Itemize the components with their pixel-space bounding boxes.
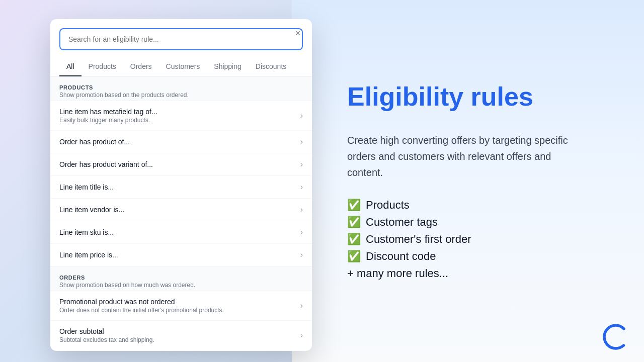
feature-item-products: ✅ Products [347, 199, 609, 212]
list-item-sublabel: Order does not contain the initial offer… [59, 307, 224, 314]
eligibility-description: Create high converting offers by targeti… [347, 132, 589, 180]
chevron-right-icon: › [300, 250, 303, 259]
list-item-sublabel: Easily bulk trigger many products. [59, 117, 157, 124]
more-rules-text: + many more rules... [347, 267, 609, 280]
list-item[interactable]: Line item has metafield tag of... Easily… [50, 101, 312, 131]
list-item-label: Promotional product was not ordered [59, 298, 224, 306]
tab-shipping[interactable]: Shipping [207, 57, 249, 76]
list-item-label: Line item sku is... [59, 228, 114, 236]
list-item-label: Line item vendor is... [59, 206, 124, 214]
modal-content: PRODUCTS Show promotion based on the pro… [50, 76, 312, 351]
list-item-sublabel: Subtotal excludes tax and shipping. [59, 336, 154, 343]
list-item-content: Order has product variant of... [59, 160, 153, 168]
list-item-label: Line item title is... [59, 183, 114, 191]
list-item-content: Order has product of... [59, 138, 130, 146]
list-item-label: Line item has metafield tag of... [59, 108, 157, 116]
list-item[interactable]: Order total Total includes tax and shipp… [50, 350, 312, 351]
chevron-right-icon: › [300, 228, 303, 237]
search-input[interactable] [59, 28, 303, 50]
tab-products[interactable]: Products [82, 57, 123, 76]
list-item[interactable]: Line item title is... › [50, 176, 312, 199]
list-item[interactable]: Promotional product was not ordered Orde… [50, 291, 312, 321]
feature-label: Products [366, 199, 410, 212]
feature-item-discount-code: ✅ Discount code [347, 250, 609, 263]
list-item[interactable]: Order has product of... › [50, 131, 312, 153]
list-item-label: Order has product variant of... [59, 160, 153, 168]
list-item-content: Line item title is... [59, 183, 114, 191]
chevron-right-icon: › [300, 183, 303, 192]
orders-section-desc: Show promotion based on how much was ord… [59, 282, 303, 289]
check-icon: ✅ [347, 233, 361, 246]
tab-discounts[interactable]: Discounts [249, 57, 293, 76]
chevron-right-icon: › [300, 160, 303, 169]
list-item-label: Order subtotal [59, 327, 154, 335]
tab-orders[interactable]: Orders [123, 57, 159, 76]
orders-section-title: ORDERS [59, 275, 303, 281]
list-item-content: Order subtotal Subtotal excludes tax and… [59, 327, 154, 343]
list-item[interactable]: Line item sku is... › [50, 221, 312, 244]
list-item-content: Line item vendor is... [59, 206, 124, 214]
list-item-content: Line item price is... [59, 251, 118, 259]
title-word2: rules [463, 82, 533, 111]
right-panel: Eligibility rules Create high converting… [312, 0, 644, 362]
chevron-right-icon: › [300, 301, 303, 310]
list-item-label: Order has product of... [59, 138, 130, 146]
products-section-title: PRODUCTS [59, 84, 303, 90]
products-section-desc: Show promotion based on the products ord… [59, 92, 303, 99]
list-item-content: Promotional product was not ordered Orde… [59, 298, 224, 314]
list-item[interactable]: Line item price is... › [50, 244, 312, 266]
tab-customers[interactable]: Customers [159, 57, 207, 76]
brand-logo [603, 324, 629, 350]
close-button[interactable]: × [291, 26, 305, 40]
search-area: × [50, 19, 312, 50]
list-item-content: Line item has metafield tag of... Easily… [59, 108, 157, 124]
feature-item-first-order: ✅ Customer's first order [347, 233, 609, 246]
tab-all[interactable]: All [59, 57, 82, 76]
orders-section-header: ORDERS Show promotion based on how much … [50, 266, 312, 291]
check-icon: ✅ [347, 199, 361, 212]
close-icon: × [295, 28, 301, 39]
feature-item-customer-tags: ✅ Customer tags [347, 216, 609, 229]
feature-list: ✅ Products ✅ Customer tags ✅ Customer's … [347, 199, 609, 263]
chevron-right-icon: › [300, 205, 303, 214]
eligibility-title: Eligibility rules [347, 82, 609, 112]
check-icon: ✅ [347, 216, 361, 229]
tab-bar: All Products Orders Customers Shipping D… [50, 57, 312, 76]
chevron-right-icon: › [300, 331, 303, 340]
list-item[interactable]: Line item vendor is... › [50, 199, 312, 221]
list-item[interactable]: Order subtotal Subtotal excludes tax and… [50, 321, 312, 350]
feature-label: Customer tags [366, 216, 438, 229]
feature-label: Customer's first order [366, 233, 471, 246]
list-item-content: Line item sku is... [59, 228, 114, 236]
title-word1: Eligibility [347, 82, 463, 111]
eligibility-modal: × All Products Orders Customers Shipping… [50, 19, 312, 351]
list-item[interactable]: Order has product variant of... › [50, 153, 312, 176]
chevron-right-icon: › [300, 137, 303, 146]
chevron-right-icon: › [300, 111, 303, 120]
feature-label: Discount code [366, 250, 436, 263]
check-icon: ✅ [347, 250, 361, 263]
list-item-label: Line item price is... [59, 251, 118, 259]
products-section-header: PRODUCTS Show promotion based on the pro… [50, 76, 312, 101]
